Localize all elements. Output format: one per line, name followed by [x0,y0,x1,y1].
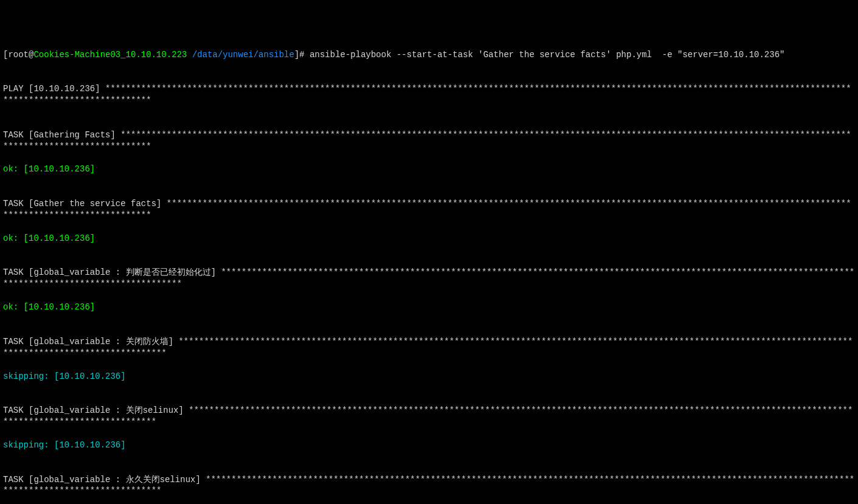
task-gathering-facts: TASK [Gathering Facts] *****************… [3,129,855,153]
terminal-output[interactable]: [root@Cookies-Machine03_10.10.10.223 /da… [3,49,855,504]
ok-status: ok: [10.10.10.236] [3,233,855,244]
skipping-status: skipping: [10.10.10.236] [3,440,855,451]
ok-status: ok: [10.10.10.236] [3,164,855,175]
path: /data/yunwei/ansible [192,50,294,60]
user: root@ [8,50,33,60]
skipping-status: skipping: [10.10.10.236] [3,371,855,382]
prompt-line: [root@Cookies-Machine03_10.10.10.223 /da… [3,49,855,61]
play-header: PLAY [10.10.10.236] ********************… [3,83,855,106]
task-perm-selinux: TASK [global_variable : 永久关闭selinux] ***… [3,474,855,497]
task-init-check: TASK [global_variable : 判断是否已经初始化过] ****… [3,267,855,290]
ok-status: ok: [10.10.10.236] [3,302,855,313]
bracket-close: ]# [294,50,310,60]
command: ansible-playbook --start-at-task 'Gather… [310,50,784,60]
task-service-facts: TASK [Gather the service facts] ********… [3,198,855,221]
task-selinux: TASK [global_variable : 关闭selinux] *****… [3,405,855,428]
machine-name: Cookies-Machine03_10.10.10.223 [33,50,187,60]
task-firewall: TASK [global_variable : 关闭防火墙] *********… [3,336,855,359]
space [187,50,192,60]
